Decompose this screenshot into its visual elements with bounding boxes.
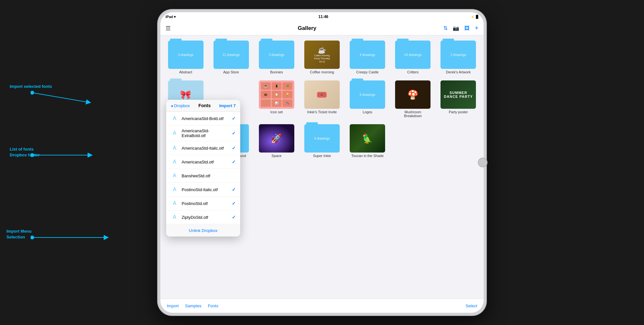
checkmark-postino: ✓: [232, 201, 236, 206]
mini-icon-1: 💻: [261, 82, 271, 90]
font-file-icon: A: [171, 158, 178, 166]
gallery-item-superinkie[interactable]: 4 drawings Super Inkie: [302, 124, 342, 158]
mini-icon-7: 🛒: [261, 99, 271, 107]
home-button[interactable]: [478, 158, 488, 167]
gallery-item-party[interactable]: SUMMER DANCE PARTY Party poster: [438, 80, 478, 118]
status-bar: iPad ▾ 11:46 ⚡ ▉: [160, 12, 484, 21]
gallery-item-bunnies[interactable]: 3 drawings Bunnies: [256, 41, 297, 74]
folder-dereks: 2 drawings: [440, 41, 476, 69]
unlink-dropbox-button[interactable]: Unlink Dropbox: [189, 228, 218, 233]
checkmark-americana-extrabold: ✓: [232, 131, 236, 136]
select-button[interactable]: Select: [466, 303, 477, 308]
gallery-item-creepy[interactable]: 4 drawings Creepy Castle: [347, 41, 388, 74]
item-label-dereks: Derek's Artwork: [446, 70, 471, 74]
item-label-mushroom: Mushroom Breakdown: [395, 110, 431, 118]
gallery-item-inkie[interactable]: 🎟️ Inkie's Ticket Invite: [302, 80, 342, 118]
tab-import[interactable]: Import: [167, 303, 179, 308]
font-file-icon: A: [171, 129, 178, 137]
font-item-americana-italic[interactable]: A AmericanaStd-Italic.otf ✓: [166, 141, 240, 155]
checkmark-americana-italic: ✓: [232, 145, 236, 151]
gallery-item-space[interactable]: 🚀 Space: [256, 124, 297, 158]
tab-samples[interactable]: Samples: [185, 303, 202, 308]
item-label-toucan: Toucan in the Shade: [351, 154, 384, 158]
checkmark-postino-italic: ✓: [232, 187, 236, 192]
tab-bar: Import Samples Fonts Select: [160, 299, 484, 313]
dropdown-footer: Unlink Dropbox: [166, 224, 240, 237]
font-name-postino: PostinoStd.otf: [182, 201, 229, 206]
annotation-import-fonts: Import selected fonts: [10, 84, 52, 89]
menu-icon[interactable]: ☰: [166, 25, 171, 32]
font-file-icon: A: [171, 213, 178, 221]
item-label-bunnies: Bunnies: [270, 70, 283, 74]
image-import-icon[interactable]: 🖼: [464, 25, 469, 31]
gallery-item-appstore[interactable]: 11 drawings App Store: [211, 41, 251, 74]
font-item-banshee[interactable]: A BansheeStd.otf ✓: [166, 169, 240, 183]
folder-count-critters: 14 drawings: [404, 53, 421, 57]
mini-icon-2: 📱: [272, 82, 282, 90]
sort-icon[interactable]: ⇅: [443, 25, 448, 31]
font-item-americana-extrabold[interactable]: A AmericanaStd-ExtraBold.otf ✓: [166, 125, 240, 141]
font-item-americana-bold[interactable]: A AmericanaStd-Bold.otf ✓: [166, 112, 240, 125]
add-icon[interactable]: +: [475, 24, 478, 32]
svg-line-1: [32, 93, 89, 102]
font-item-postino[interactable]: A PostinoStd.otf ✓: [166, 197, 240, 210]
item-label-creepy: Creepy Castle: [356, 70, 379, 74]
dropdown-panel: ◂ Dropbox Fonts Import 7 A AmericanaStd-…: [166, 100, 240, 237]
camera-icon[interactable]: 📷: [453, 25, 459, 31]
item-label-abstract: Abstract: [179, 70, 192, 74]
thumb-space: 🚀: [259, 124, 294, 153]
folder-creepy: 4 drawings: [350, 41, 385, 69]
item-label-iconset: Icon set: [270, 110, 283, 114]
arrow-list-fonts: [31, 149, 95, 162]
tab-fonts[interactable]: Fonts: [208, 303, 218, 308]
gallery-item-toucan[interactable]: 🦜 Toucan in the Shade: [347, 124, 388, 158]
gallery-item-dereks[interactable]: 2 drawings Derek's Artwork: [438, 41, 478, 74]
mini-icon-4: 💼: [261, 91, 271, 98]
dropdown-title: Fonts: [198, 103, 211, 108]
item-label-appstore: App Store: [223, 70, 239, 74]
font-name-americana: AmericanaStd.otf: [182, 160, 229, 164]
mini-icon-8: 📊: [272, 99, 282, 107]
bluetooth-icon: ⚡: [471, 15, 475, 19]
item-label-critters: Critters: [407, 70, 419, 74]
font-file-icon: A: [171, 172, 178, 180]
folder-count-appstore: 11 drawings: [223, 53, 240, 57]
thumb-inkie: 🎟️: [304, 80, 340, 109]
gallery-item-abstract[interactable]: 3 drawings Abstract: [166, 41, 206, 74]
thumb-iconset: 💻 📱 🌿 💼 📋 💡 🛒 📊 🐾: [259, 80, 294, 109]
gallery-item-iconset[interactable]: 💻 📱 🌿 💼 📋 💡 🛒 📊 🐾 Icon set: [256, 80, 297, 118]
font-name-americana-italic: AmericanaStd-Italic.otf: [182, 146, 229, 151]
import-button[interactable]: Import 7: [219, 103, 236, 108]
font-item-postino-italic[interactable]: A PostinoStd-Italic.otf ✓: [166, 183, 240, 197]
gallery-item-critters[interactable]: 14 drawings Critters: [393, 41, 433, 74]
annotation-list-fonts: List of fontsDropbox folder: [10, 146, 40, 158]
item-label-superinkie: Super Inkie: [313, 154, 331, 158]
font-item-americana[interactable]: A AmericanaStd.otf ✓: [166, 155, 240, 169]
item-label-coffee: Coffee morning: [310, 70, 334, 74]
item-label-logos: Logos: [363, 110, 372, 114]
nav-left: ☰: [166, 25, 171, 32]
dropdown-back-button[interactable]: ◂ Dropbox: [171, 103, 190, 108]
checkmark-americana: ✓: [232, 159, 236, 164]
font-item-zipty[interactable]: A ZiptyDoStd.otf ✓: [166, 210, 240, 224]
gallery-item-coffee[interactable]: ☕ Coffee morningEvery Thursday10-12 Coff…: [302, 41, 342, 74]
folder-count-logos: 6 drawings: [360, 93, 375, 97]
status-left: iPad ▾: [166, 15, 176, 19]
folder-count-creepy: 4 drawings: [360, 53, 375, 57]
gallery-item-mushroom[interactable]: 🍄 Mushroom Breakdown: [393, 80, 433, 118]
nav-title: Gallery: [171, 25, 443, 32]
font-file-icon: A: [171, 144, 178, 152]
main-content: 3 drawings Abstract 11 drawings App Stor…: [160, 35, 484, 299]
gallery-item-logos[interactable]: 6 drawings Logos: [347, 80, 388, 118]
font-file-icon: A: [171, 200, 178, 207]
font-file-icon: A: [171, 186, 178, 193]
folder-count-superinkie: 4 drawings: [314, 136, 330, 141]
font-name-zipty: ZiptyDoStd.otf: [182, 215, 229, 220]
status-time: 11:46: [318, 14, 328, 19]
checkmark-zipty: ✓: [232, 215, 236, 220]
item-label-inkie: Inkie's Ticket Invite: [307, 110, 337, 114]
checkmark-americana-bold: ✓: [232, 116, 236, 121]
nav-actions: ⇅ 📷 🖼 +: [443, 24, 478, 32]
folder-logos: 6 drawings: [350, 80, 385, 109]
item-label-party: Party poster: [449, 110, 468, 114]
